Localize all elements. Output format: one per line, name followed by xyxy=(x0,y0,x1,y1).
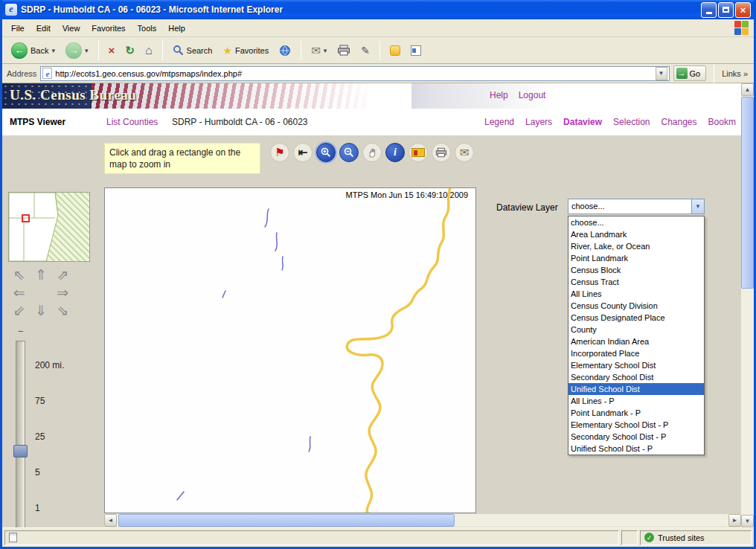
toolbar-separator xyxy=(714,64,714,83)
zoom-minus-icon[interactable]: − xyxy=(18,326,24,337)
pan-button[interactable] xyxy=(362,143,382,162)
export-button[interactable]: ✉ xyxy=(455,143,474,162)
nav-legend[interactable]: Legend xyxy=(484,117,514,127)
dataview-option[interactable]: Secondary School Dist xyxy=(568,371,704,383)
minimize-button[interactable] xyxy=(701,2,717,18)
pan-west-icon[interactable]: ⇐ xyxy=(13,286,25,301)
previous-extent-button[interactable]: ⇤ xyxy=(293,143,313,162)
back-icon: ← xyxy=(11,42,28,59)
menu-help[interactable]: Help xyxy=(162,22,191,35)
dataview-option[interactable]: Elementary School Dist xyxy=(568,359,704,371)
dataview-option[interactable]: Area Landmark xyxy=(568,228,704,240)
dataview-option[interactable]: choose... xyxy=(568,216,704,228)
ie-window-icon[interactable]: e xyxy=(5,4,17,16)
dataview-option[interactable]: All Lines xyxy=(568,288,704,300)
menu-edit[interactable]: Edit xyxy=(31,22,57,35)
go-button[interactable]: → Go xyxy=(673,65,707,81)
dataview-option[interactable]: Census Designated Place xyxy=(568,312,704,324)
favorites-button[interactable]: ★ Favorites xyxy=(218,42,273,59)
dataview-option[interactable]: Point Landmark - P xyxy=(568,407,704,419)
pan-east-icon[interactable]: ⇒ xyxy=(57,286,68,301)
stop-button[interactable]: × xyxy=(104,42,120,59)
sidebar-button[interactable] xyxy=(406,43,426,58)
nav-layers[interactable]: Layers xyxy=(525,117,552,127)
overview-map[interactable] xyxy=(8,192,90,262)
road-feature xyxy=(347,188,450,513)
map-print-button[interactable] xyxy=(432,143,451,162)
dataview-option[interactable]: Elementary School Dist - P xyxy=(568,419,704,431)
dataview-option[interactable]: American Indian Area xyxy=(568,336,704,347)
vertical-scroll-thumb[interactable] xyxy=(741,97,754,289)
links-menu[interactable]: Links » xyxy=(722,69,749,78)
vertical-scrollbar[interactable]: ▲ ▼ xyxy=(741,83,754,527)
dataview-option[interactable]: Unified School Dist - P xyxy=(568,443,704,455)
list-counties-link[interactable]: List Counties xyxy=(106,117,158,127)
dataview-option[interactable]: Unified School Dist xyxy=(568,383,704,395)
back-button[interactable]: ← Back ▾ xyxy=(7,40,60,61)
horizontal-scrollbar[interactable]: ◄ ► xyxy=(104,514,741,527)
refresh-button[interactable]: ↻ xyxy=(121,42,139,60)
pan-southeast-icon[interactable]: ⇘ xyxy=(57,304,68,318)
zoom-slider-track[interactable] xyxy=(16,341,25,527)
pan-northwest-icon[interactable]: ⇖ xyxy=(13,268,25,283)
address-input[interactable] xyxy=(55,69,655,78)
links-chevron-icon: » xyxy=(743,69,748,78)
dataview-option[interactable]: Census Tract xyxy=(568,276,704,288)
nav-bookmarks[interactable]: Bookm xyxy=(708,117,736,127)
menu-file[interactable]: File xyxy=(5,22,31,35)
map-canvas[interactable]: MTPS Mon Jun 15 16:49:10 2009 xyxy=(104,187,476,513)
address-dropdown-button[interactable]: ▼ xyxy=(656,67,667,80)
menu-tools[interactable]: Tools xyxy=(132,22,163,35)
zoom-out-button[interactable] xyxy=(339,143,359,162)
trusted-check-icon: ✓ xyxy=(644,533,654,542)
zoom-slider-thumb[interactable] xyxy=(13,445,28,458)
scroll-right-button[interactable]: ► xyxy=(728,514,741,527)
history-button[interactable] xyxy=(275,42,295,59)
nav-selection[interactable]: Selection xyxy=(613,117,650,127)
scale-label: 200 mi. xyxy=(35,360,64,370)
home-button[interactable]: ⌂ xyxy=(141,42,157,60)
search-button[interactable]: Search xyxy=(168,42,217,58)
printer-icon xyxy=(337,45,350,56)
window-title: SDRP - Humboldt CA - 06 - 06023 - Micros… xyxy=(21,4,701,15)
dataview-option[interactable]: Census County Division xyxy=(568,300,704,312)
pan-southwest-icon[interactable]: ⇙ xyxy=(13,304,25,318)
identify-button[interactable]: i xyxy=(385,143,405,162)
redline-flag-button[interactable]: ⚑ xyxy=(270,143,289,162)
scroll-down-button[interactable]: ▼ xyxy=(741,515,754,527)
messenger-button[interactable] xyxy=(385,43,405,58)
horizontal-scroll-track[interactable] xyxy=(117,514,728,527)
dataview-option[interactable]: Incorporated Place xyxy=(568,347,704,359)
forward-button[interactable]: → ▾ xyxy=(61,40,93,61)
print-button[interactable] xyxy=(333,42,355,58)
mail-button[interactable]: ✉ ▾ xyxy=(307,42,331,60)
dataview-option[interactable]: Point Landmark xyxy=(568,252,704,264)
edit-button[interactable]: ✎ xyxy=(356,42,374,59)
dataview-option[interactable]: Census Block xyxy=(568,264,704,276)
scroll-left-button[interactable]: ◄ xyxy=(104,514,117,527)
logout-link[interactable]: Logout xyxy=(519,90,546,100)
dataview-option[interactable]: County xyxy=(568,324,704,336)
pan-north-icon[interactable]: ⇑ xyxy=(35,268,47,283)
nav-dataview[interactable]: Dataview xyxy=(563,117,602,127)
maximize-button[interactable] xyxy=(718,2,734,18)
pan-northeast-icon[interactable]: ⇗ xyxy=(57,268,68,283)
stop-icon: × xyxy=(109,44,115,57)
zoom-in-button[interactable] xyxy=(316,143,336,162)
zoom-in-icon xyxy=(320,147,332,158)
horizontal-scroll-thumb[interactable] xyxy=(118,514,455,527)
dataview-layer-select[interactable]: choose... ▼ xyxy=(568,199,705,214)
pan-south-icon[interactable]: ⇓ xyxy=(35,304,47,318)
menu-favorites[interactable]: Favorites xyxy=(86,22,131,35)
dataview-option[interactable]: River, Lake, or Ocean xyxy=(568,240,704,252)
help-link[interactable]: Help xyxy=(490,90,508,100)
scroll-up-button[interactable]: ▲ xyxy=(741,83,754,96)
dataview-option[interactable]: All Lines - P xyxy=(568,395,704,407)
dataview-option[interactable]: Secondary School Dist - P xyxy=(568,431,704,443)
close-button[interactable]: × xyxy=(735,2,751,18)
water-features xyxy=(177,209,310,500)
nav-changes[interactable]: Changes xyxy=(661,117,696,127)
ruler-button[interactable] xyxy=(409,143,428,162)
census-header: U.S. Census Bureau Help Logout xyxy=(2,83,741,109)
menu-view[interactable]: View xyxy=(57,22,86,35)
